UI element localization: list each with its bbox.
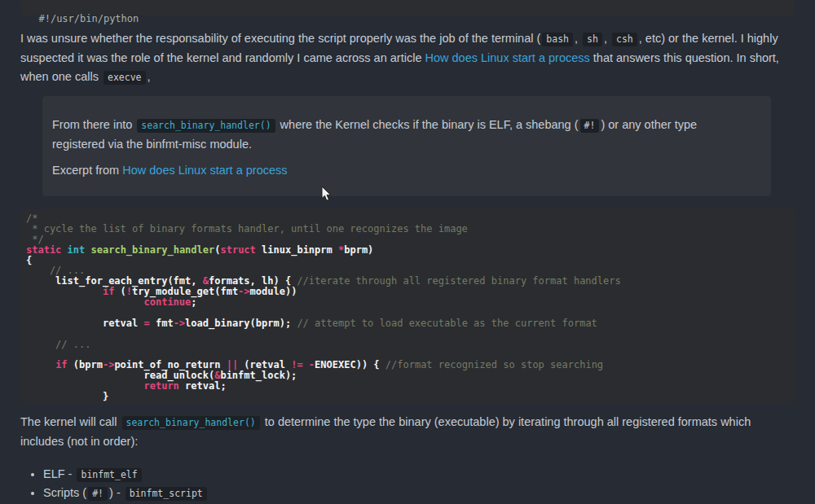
quote-block: From there into search_binary_handler() …	[42, 96, 771, 196]
article-link[interactable]: How does Linux start a process	[122, 164, 287, 177]
c-code-block: /* * cycle the list of binary formats ha…	[20, 208, 795, 404]
intro-paragraph: I was unsure whether the responsability …	[20, 29, 795, 88]
inline-code: execve	[104, 71, 146, 85]
code-line: continue;	[26, 297, 795, 308]
inline-code: binfmt_elf	[77, 468, 141, 482]
shebang-code-bar: #!/usr/bin/python	[20, 0, 795, 15]
inline-code: sh	[583, 33, 602, 46]
inline-code: #!	[580, 119, 600, 133]
article-page: { "top_code": "#!/usr/bin/python", "intr…	[0, 0, 815, 504]
code-line: * cycle the list of binary formats handl…	[26, 224, 795, 234]
inline-code: binfmt_script	[126, 487, 207, 501]
outro-paragraph: The kernel will call search_binary_handl…	[20, 413, 795, 451]
inline-code: #!	[88, 487, 108, 501]
quote-attribution: Excerpt from How does Linux start a proc…	[52, 161, 747, 180]
shebang-text: #!/usr/bin/python	[38, 13, 139, 24]
inline-code: search_binary_handler()	[122, 416, 260, 430]
inline-code: csh	[612, 33, 637, 46]
code-line: return retval;	[26, 381, 795, 392]
code-line: {	[26, 256, 795, 266]
inline-code: bash	[542, 33, 573, 46]
code-line	[26, 329, 795, 340]
list-item: ELF - binfmt_elf	[43, 466, 795, 484]
list-item: Scripts (#!) - binfmt_script	[43, 484, 795, 503]
article-link[interactable]: How does Linux start a process	[425, 51, 589, 64]
code-line: static int search_binary_handler(struct …	[26, 245, 795, 256]
quote-paragraph: From there into search_binary_handler() …	[52, 116, 747, 154]
binary-formats-list: ELF - binfmt_elf Scripts (#!) - binfmt_s…	[20, 466, 795, 503]
code-line: // ...	[26, 340, 795, 350]
inline-code: search_binary_handler()	[137, 119, 275, 133]
code-line: }	[26, 392, 795, 402]
code-line: retval = fmt->load_binary(bprm); // atte…	[26, 318, 795, 329]
